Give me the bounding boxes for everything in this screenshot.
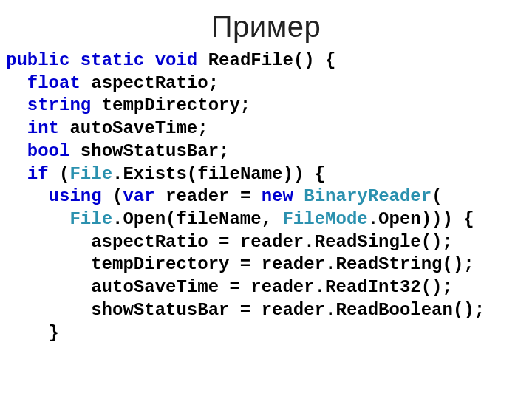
line9: aspectRatio = reader.ReadSingle(); xyxy=(91,232,453,252)
kw-static: static xyxy=(81,50,144,70)
type-file: File xyxy=(69,164,112,184)
kw-int: int xyxy=(27,118,59,138)
line13: } xyxy=(49,323,59,343)
kw-bool: bool xyxy=(27,141,70,161)
kw-if: if xyxy=(27,164,49,184)
method-name: ReadFile() { xyxy=(208,50,336,70)
var-tempDirectory: tempDirectory; xyxy=(102,95,251,115)
txt-l6a: ( xyxy=(59,164,69,184)
var-autoSaveTime: autoSaveTime; xyxy=(69,118,208,138)
slide-title: Пример xyxy=(0,0,532,50)
var-aspectRatio: aspectRatio; xyxy=(91,73,219,93)
kw-using: using xyxy=(49,186,102,206)
txt-l7a: ( xyxy=(112,186,123,206)
type-binaryreader: BinaryReader xyxy=(304,186,432,206)
code-block: public static void ReadFile() { float as… xyxy=(0,50,532,344)
var-showStatusBar: showStatusBar; xyxy=(81,141,230,161)
kw-public: public xyxy=(6,50,69,70)
kw-float: float xyxy=(27,73,81,93)
line10: tempDirectory = reader.ReadString(); xyxy=(91,254,474,274)
type-file2: File xyxy=(69,209,112,229)
line11: autoSaveTime = reader.ReadInt32(); xyxy=(91,277,453,297)
line12: showStatusBar = reader.ReadBoolean(); xyxy=(91,300,485,320)
kw-var: var xyxy=(123,186,154,206)
txt-l8a: .Open(fileName, xyxy=(112,209,282,229)
type-filemode: FileMode xyxy=(282,209,367,229)
kw-new: new xyxy=(262,186,293,206)
txt-l8b: .Open))) { xyxy=(368,209,474,229)
txt-l7c: ( xyxy=(432,186,442,206)
txt-l6b: .Exists(fileName)) { xyxy=(112,164,325,184)
kw-string: string xyxy=(27,95,91,115)
txt-l7b: reader = xyxy=(166,186,250,206)
kw-void: void xyxy=(155,50,198,70)
